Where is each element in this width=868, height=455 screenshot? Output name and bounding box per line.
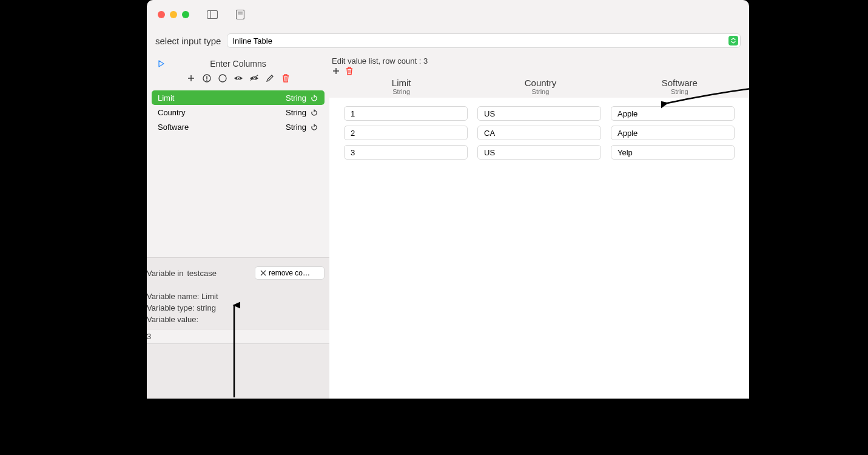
table-col-type: String [532, 88, 550, 95]
table-col-name: Country [525, 78, 557, 88]
variable-details: Variable name: Limit Variable type: stri… [147, 291, 329, 325]
variable-name-label: Variable name: Limit [147, 291, 329, 302]
cell-value: 3 [351, 148, 355, 157]
table-cell[interactable]: 2 [344, 126, 468, 140]
cell-value: US [484, 148, 495, 157]
delete-column-icon[interactable] [281, 73, 291, 83]
table-cell[interactable]: Apple [611, 126, 735, 140]
column-list: Limit String Country String Software Str… [147, 90, 329, 134]
eye-icon[interactable] [234, 73, 243, 83]
column-name: Limit [158, 93, 282, 103]
titlebar [147, 0, 749, 29]
remove-column-button[interactable]: remove co… [255, 266, 325, 280]
column-type: String [286, 93, 306, 103]
table-cell[interactable]: 1 [344, 106, 468, 121]
add-column-icon[interactable] [186, 73, 196, 83]
table-cell[interactable]: CA [477, 126, 601, 140]
window-zoom-button[interactable] [182, 11, 189, 18]
variable-scope-label: Variable in [147, 269, 183, 278]
variable-type-label: Variable type: string [147, 302, 329, 314]
table-col-name: Limit [392, 78, 411, 88]
column-item-limit[interactable]: Limit String [152, 90, 325, 105]
edit-icon[interactable] [265, 73, 275, 83]
cell-value: 2 [351, 129, 355, 138]
table-cell[interactable]: Yelp [611, 145, 735, 160]
cell-value: Apple [617, 109, 638, 118]
svg-point-10 [219, 75, 226, 82]
cell-value: Yelp [617, 148, 633, 157]
table-row: 3 US Yelp [344, 145, 735, 160]
power-icon [310, 93, 318, 102]
columns-panel: Enter Columns Limit String [147, 56, 329, 399]
value-list-panel: Edit value list, row count : 3 Limit Str… [329, 56, 749, 399]
delete-row-icon[interactable] [345, 67, 354, 75]
input-type-toolbar: select input type Inline Table [147, 29, 749, 56]
input-type-label: select input type [155, 36, 221, 46]
value-list-header: Edit value list, row count : 3 Limit Str… [329, 56, 749, 98]
main-content: Enter Columns Limit String [147, 56, 749, 399]
table-header-row: Limit String Country String Software Str… [332, 78, 744, 95]
add-row-icon[interactable] [332, 67, 340, 75]
variable-scope-value: testcase [187, 269, 216, 278]
input-type-value: Inline Table [232, 36, 728, 46]
table-cell[interactable]: US [477, 106, 601, 121]
variable-value-label: Variable value: [147, 314, 329, 325]
table-col-type: String [671, 88, 688, 95]
column-name: Country [158, 108, 282, 117]
table-cell[interactable]: US [477, 145, 601, 160]
circle-icon[interactable] [218, 73, 227, 83]
info-icon[interactable] [202, 73, 212, 83]
power-icon [310, 123, 318, 131]
table-row: 1 US Apple [344, 106, 735, 121]
app-window: select input type Inline Table Enter Col… [147, 0, 749, 399]
table-body: 1 US Apple 2 CA Apple 3 US Yelp [329, 98, 749, 399]
columns-header: Enter Columns [147, 56, 329, 90]
cell-value: US [484, 109, 495, 118]
column-name: Software [158, 123, 282, 132]
cell-value: Apple [617, 129, 638, 138]
input-type-select[interactable]: Inline Table [227, 33, 741, 48]
traffic-lights [158, 11, 189, 18]
power-icon [310, 108, 318, 116]
window-close-button[interactable] [158, 11, 165, 18]
column-item-country[interactable]: Country String [152, 105, 325, 120]
table-header-limit: Limit String [337, 78, 466, 95]
variable-value: 3 [147, 332, 151, 341]
sidebar-toggle-icon[interactable] [206, 10, 218, 19]
table-header-software: Software String [615, 78, 744, 95]
variable-value-row[interactable]: 3 [147, 329, 329, 344]
select-chevrons-icon [728, 36, 738, 46]
cell-value: CA [484, 129, 495, 138]
variable-panel: Variable in testcase remove co… Variable… [147, 257, 329, 399]
table-row: 2 CA Apple [344, 126, 735, 140]
window-minimize-button[interactable] [170, 11, 177, 18]
columns-title: Enter Columns [165, 59, 329, 69]
column-type: String [286, 123, 306, 132]
table-col-name: Software [662, 78, 698, 88]
svg-rect-0 [207, 10, 218, 18]
close-icon [260, 270, 266, 276]
table-cell[interactable]: Apple [611, 106, 735, 121]
table-header-country: Country String [476, 78, 605, 95]
row-toolbar [332, 67, 744, 78]
table-cell[interactable]: 3 [344, 145, 468, 160]
svg-point-12 [237, 78, 238, 79]
cell-value: 1 [351, 109, 355, 118]
edit-value-label: Edit value list, row count : 3 [332, 56, 744, 67]
svg-rect-2 [237, 10, 244, 19]
column-item-software[interactable]: Software String [152, 120, 325, 134]
svg-point-9 [206, 80, 207, 81]
eye-slash-icon[interactable] [249, 73, 259, 83]
run-icon[interactable] [147, 60, 165, 67]
panel-icon[interactable] [234, 10, 246, 19]
columns-toolbar [147, 69, 329, 88]
remove-label: remove co… [269, 269, 310, 277]
column-type: String [286, 108, 306, 117]
table-col-type: String [392, 88, 410, 95]
